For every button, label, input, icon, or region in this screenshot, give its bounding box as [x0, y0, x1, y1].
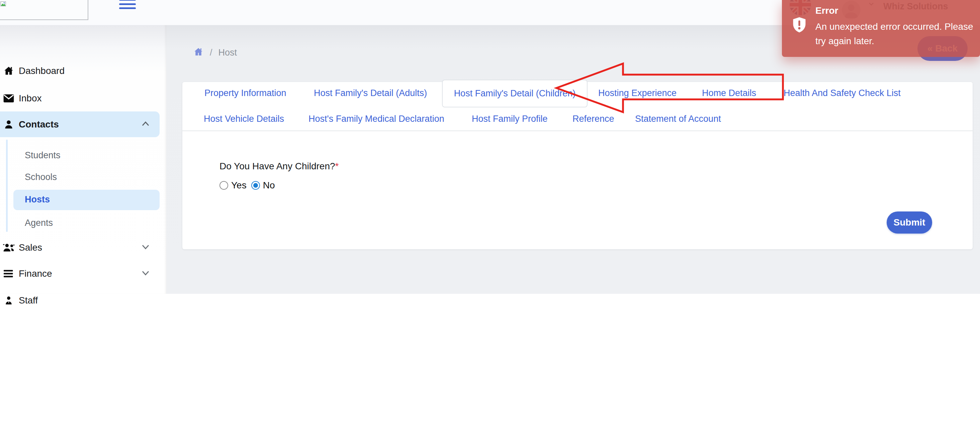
toast-message: An unexpected error occurred. Please try…	[815, 19, 980, 48]
tab-host-family-detail-adults[interactable]: Host Family's Detail (Adults)	[314, 88, 427, 99]
logo-broken-image[interactable]	[0, 0, 88, 20]
hamburger-menu-icon[interactable]	[119, 0, 137, 10]
submit-button[interactable]: Submit	[887, 212, 932, 234]
tab-hosting-experience[interactable]: Hosting Experience	[598, 88, 676, 99]
app-root: Whiz Solutions « Back Dashboard Inbox	[0, 0, 980, 436]
sidebar-subitem-schools[interactable]: Schools	[25, 172, 57, 182]
person-icon	[3, 119, 15, 129]
sidebar: Dashboard Inbox Contacts	[0, 25, 166, 294]
tab-health-and-safety-check-list[interactable]: Health And Safety Check List	[784, 88, 901, 99]
sidebar-item-label: Inbox	[19, 93, 42, 104]
sidebar-item-label: Contacts	[19, 119, 59, 130]
breadcrumb-current: Host	[218, 48, 237, 58]
error-toast: Error An unexpected error occurred. Plea…	[782, 0, 980, 57]
radio-yes-label[interactable]: Yes	[231, 180, 247, 191]
chevron-down-icon	[141, 269, 150, 278]
tab-host-family-profile[interactable]: Host Family Profile	[472, 114, 548, 124]
toast-title: Error	[815, 5, 838, 16]
sidebar-item-inbox[interactable]: Inbox	[0, 88, 160, 109]
question-label: Do You Have Any Children?*	[220, 161, 339, 172]
radio-no-label[interactable]: No	[263, 180, 275, 191]
sidebar-subitem-students[interactable]: Students	[25, 150, 60, 161]
chevron-down-icon	[141, 243, 150, 252]
person-badge-icon	[3, 296, 15, 306]
tab-home-details[interactable]: Home Details	[702, 88, 756, 99]
children-radio-group: Yes No	[220, 180, 279, 191]
sidebar-item-finance[interactable]: Finance	[0, 263, 160, 285]
tab-host-vehicle-details[interactable]: Host Vehicle Details	[204, 114, 284, 124]
tabstrip-divider	[182, 130, 973, 131]
breadcrumb-home-icon[interactable]	[193, 47, 204, 58]
radio-no[interactable]	[251, 181, 260, 190]
people-icon	[3, 243, 15, 253]
home-icon	[3, 65, 15, 76]
sidebar-item-contacts[interactable]: Contacts	[0, 111, 160, 137]
sidebar-item-dashboard[interactable]: Dashboard	[0, 60, 160, 81]
chevron-up-icon	[141, 120, 150, 129]
sidebar-item-staff[interactable]: Staff	[0, 290, 160, 311]
sidebar-item-label: Staff	[19, 295, 38, 306]
sidebar-item-label: Sales	[19, 242, 42, 253]
tab-statement-of-account[interactable]: Statement of Account	[635, 114, 721, 124]
tab-host-family-detail-children-active[interactable]: Host Family's Detail (Children)	[442, 80, 587, 107]
breadcrumb-separator: /	[210, 48, 212, 58]
radio-yes[interactable]	[220, 181, 228, 190]
sidebar-item-label: Finance	[19, 268, 52, 279]
tab-property-information[interactable]: Property Information	[204, 88, 286, 99]
sidebar-subitem-agents[interactable]: Agents	[25, 218, 53, 228]
list-icon	[3, 269, 15, 278]
active-tab-label: Host Family's Detail (Children)	[454, 88, 576, 99]
required-asterisk: *	[335, 161, 339, 171]
broken-image-icon	[0, 2, 6, 6]
sidebar-item-sales[interactable]: Sales	[0, 237, 160, 258]
sidebar-subitem-hosts[interactable]: Hosts	[25, 194, 50, 205]
submenu-indent-line	[6, 140, 8, 232]
breadcrumb: / Host	[193, 47, 237, 58]
tab-reference[interactable]: Reference	[573, 114, 614, 124]
tab-hosts-family-medical-declaration[interactable]: Host's Family Medical Declaration	[309, 114, 444, 124]
envelope-icon	[3, 94, 15, 103]
sidebar-item-label: Dashboard	[19, 65, 65, 76]
shield-exclamation-icon	[791, 17, 807, 33]
